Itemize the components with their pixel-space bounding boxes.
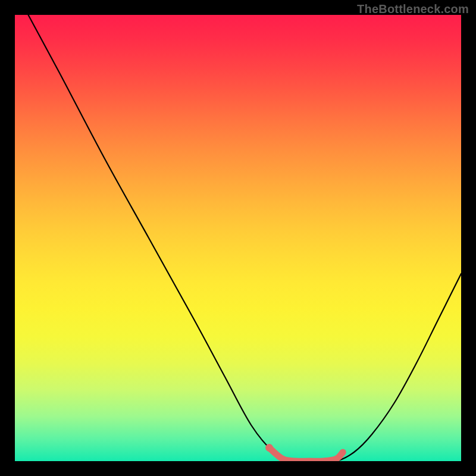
plot-area <box>15 15 461 461</box>
highlight-path <box>270 448 343 462</box>
chart-stage: TheBottleneck.com <box>0 0 476 476</box>
bottleneck-curve-path <box>29 15 462 461</box>
curve-svg <box>15 15 461 461</box>
highlight-start-dot <box>265 444 273 452</box>
watermark-text: TheBottleneck.com <box>357 2 469 16</box>
